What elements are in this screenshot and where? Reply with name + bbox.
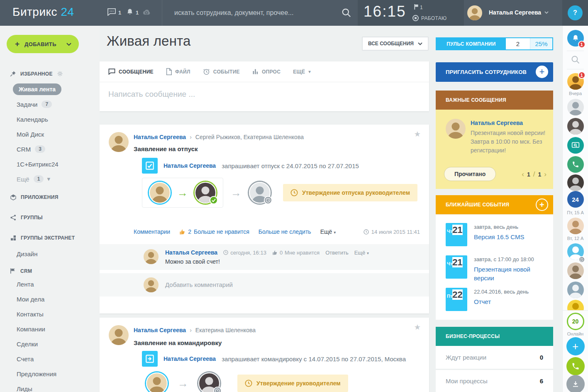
post-author-name[interactable]: Наталья Сергеева bbox=[134, 327, 186, 333]
more-link[interactable]: Ещё ▾ bbox=[320, 228, 336, 235]
tab-poll[interactable]: ОПРОС bbox=[252, 69, 281, 75]
workflow-avatar-initiator[interactable] bbox=[146, 372, 168, 392]
invite-employees-button[interactable]: ПРИГЛАСИТЬ СОТРУДНИКОВ + bbox=[436, 62, 553, 82]
chat-messages-button[interactable]: 1 bbox=[107, 8, 121, 17]
bitrix24-logo[interactable]: Битрикс 24 bbox=[12, 5, 74, 19]
prev-page-icon[interactable]: ‹ bbox=[522, 170, 524, 179]
comment-author-name[interactable]: Наталья Сергеева bbox=[165, 249, 217, 256]
comments-link[interactable]: Комментарии bbox=[134, 228, 170, 235]
tab-message[interactable]: СООБЩЕНИЕ bbox=[108, 69, 154, 75]
sidebar-item-more[interactable]: Ещё1▾ bbox=[0, 172, 100, 186]
post-author-name[interactable]: Наталья Сергеева bbox=[134, 134, 186, 140]
tab-file[interactable]: ФАЙЛ bbox=[166, 68, 190, 75]
rail-search-button[interactable] bbox=[571, 55, 581, 66]
like-link[interactable]: 2 Больше не нравится bbox=[179, 228, 249, 235]
rail-download-button[interactable] bbox=[566, 375, 585, 392]
favorite-star-icon[interactable]: ★ bbox=[414, 130, 421, 139]
post-author-avatar[interactable] bbox=[109, 325, 129, 345]
processes-mine-row[interactable]: Мои процессы 6 bbox=[436, 369, 553, 392]
sidebar-item-leads[interactable]: Лиды bbox=[0, 381, 100, 392]
user-menu[interactable]: Наталья Сергеева bbox=[489, 9, 549, 16]
event-link[interactable]: Версия 16.5 CMS bbox=[474, 233, 547, 241]
sidebar-item-companies[interactable]: Компании bbox=[0, 321, 100, 336]
extranet-section-header[interactable]: ГРУППЫ ЭКСТРАНЕТ bbox=[0, 235, 100, 241]
sidebar-item-deals[interactable]: Сделки bbox=[0, 336, 100, 351]
sidebar-item-crm[interactable]: CRM3 bbox=[0, 142, 100, 157]
request-author[interactable]: Наталья Сергеева bbox=[163, 355, 216, 362]
event-item[interactable]: Чт21 завтра, весь день Версия 16.5 CMS bbox=[436, 223, 553, 247]
event-item[interactable]: Пт22 22.04.2016, весь день Отчет bbox=[436, 288, 553, 312]
crm-section-header[interactable]: CRM bbox=[0, 268, 100, 274]
next-page-icon[interactable]: › bbox=[544, 170, 547, 179]
cloud-button[interactable] bbox=[142, 9, 151, 17]
rail-add-button[interactable]: + bbox=[566, 337, 585, 355]
important-author-name[interactable]: Наталья Сергеева bbox=[471, 120, 523, 126]
sidebar-item-design[interactable]: Дизайн bbox=[0, 246, 100, 261]
rail-contact[interactable] bbox=[567, 282, 584, 300]
request-author[interactable]: Наталья Сергеева bbox=[163, 162, 216, 169]
rail-contact[interactable] bbox=[567, 99, 584, 117]
gear-icon[interactable] bbox=[57, 71, 63, 77]
post-author-avatar[interactable] bbox=[109, 132, 129, 152]
work-status[interactable]: РАБОТАЮ bbox=[412, 15, 446, 21]
add-event-button[interactable]: + bbox=[536, 198, 548, 211]
favorite-star-icon[interactable]: ★ bbox=[414, 323, 421, 332]
tab-event[interactable]: СОБЫТИЕ bbox=[203, 68, 240, 75]
workflow-avatar-initiator[interactable] bbox=[149, 182, 171, 203]
rail-contact[interactable] bbox=[567, 218, 584, 236]
search-icon[interactable] bbox=[341, 7, 352, 20]
feed-filter-button[interactable]: ВСЕ СООБЩЕНИЯ bbox=[362, 37, 429, 51]
sidebar-item-my-disk[interactable]: Мой Диск bbox=[0, 127, 100, 142]
tab-more[interactable]: ЕЩЁ ▾ bbox=[293, 69, 311, 75]
rail-screen-share-button[interactable] bbox=[567, 137, 584, 154]
rail-call-button[interactable] bbox=[567, 156, 584, 173]
work-time-block[interactable]: 16:15 1 РАБОТАЮ bbox=[358, 0, 464, 26]
workflow-avatar-pending[interactable] bbox=[198, 372, 220, 392]
comment-more-link[interactable]: Ещё ▾ bbox=[354, 250, 369, 256]
user-avatar[interactable] bbox=[467, 5, 482, 20]
add-comment-placeholder[interactable]: Добавить комментарий bbox=[165, 281, 233, 288]
company-pulse-widget[interactable]: ПУЛЬС КОМПАНИИ 2 25% bbox=[436, 37, 553, 50]
sidebar-item-invoices[interactable]: Счета bbox=[0, 351, 100, 366]
help-button[interactable]: ? bbox=[568, 5, 583, 20]
apps-section-header[interactable]: ПРИЛОЖЕНИЯ bbox=[0, 194, 100, 201]
processes-waiting-row[interactable]: Ждут реакции 0 bbox=[436, 346, 553, 369]
workflow-avatar-pending[interactable] bbox=[249, 182, 271, 203]
global-search-input[interactable] bbox=[174, 7, 336, 19]
sidebar-item-live-feed[interactable]: Живая лента bbox=[0, 82, 100, 97]
rail-contact[interactable] bbox=[567, 118, 584, 136]
chat-bubble-icon bbox=[107, 8, 116, 17]
sidebar-item-1c-bitrix24[interactable]: 1С+Битрикс24 bbox=[0, 157, 100, 172]
post-title[interactable]: Заявление на отпуск bbox=[134, 145, 198, 152]
new-message-input[interactable] bbox=[108, 90, 415, 99]
event-link[interactable]: Отчет bbox=[474, 297, 547, 306]
rail-notifications-button[interactable]: 1 bbox=[567, 30, 584, 47]
rail-contact[interactable] bbox=[567, 262, 584, 281]
rail-contact[interactable] bbox=[567, 174, 584, 193]
post-title[interactable]: Заявление на командировку bbox=[134, 339, 222, 346]
rail-group-chat[interactable] bbox=[567, 243, 584, 262]
unfollow-link[interactable]: Больше не следить bbox=[259, 228, 311, 235]
sidebar-item-contacts[interactable]: Контакты bbox=[0, 306, 100, 321]
comment-like-link[interactable]: 0 Мне нравится bbox=[272, 250, 320, 256]
mark-read-button[interactable]: Прочитано bbox=[444, 167, 496, 181]
comment-reply-link[interactable]: Ответить bbox=[325, 250, 349, 256]
groups-section-header[interactable]: ГРУППЫ bbox=[0, 214, 100, 221]
event-item[interactable]: Чт21 завтра, с 17:00 до 18:00 Презентаци… bbox=[436, 255, 553, 279]
event-link[interactable]: Презентация новой версии bbox=[474, 265, 547, 282]
add-button[interactable]: + ДОБАВИТЬ bbox=[7, 35, 79, 53]
sidebar-item-my-activities[interactable]: Мои дела bbox=[0, 292, 100, 306]
add-comment-row[interactable]: Добавить комментарий bbox=[100, 273, 429, 296]
notifications-button[interactable]: 1 bbox=[126, 8, 139, 17]
comment-author-avatar[interactable] bbox=[144, 249, 159, 264]
sidebar-item-calendar[interactable]: Календарь bbox=[0, 112, 100, 127]
rail-phone-button[interactable] bbox=[566, 357, 585, 375]
sidebar-item-feed[interactable]: Лента bbox=[0, 277, 100, 292]
workflow-avatar-approved[interactable] bbox=[195, 182, 216, 203]
sidebar-item-tasks[interactable]: Задачи7 bbox=[0, 97, 100, 112]
sidebar-item-quotes[interactable]: Предложения bbox=[0, 366, 100, 381]
important-author-avatar[interactable] bbox=[446, 119, 466, 139]
online-users-button[interactable]: 20 bbox=[567, 313, 584, 330]
rail-contact-assistant[interactable]: 1 bbox=[567, 73, 584, 91]
rail-bitrix24-chat[interactable]: 24 bbox=[567, 191, 584, 208]
